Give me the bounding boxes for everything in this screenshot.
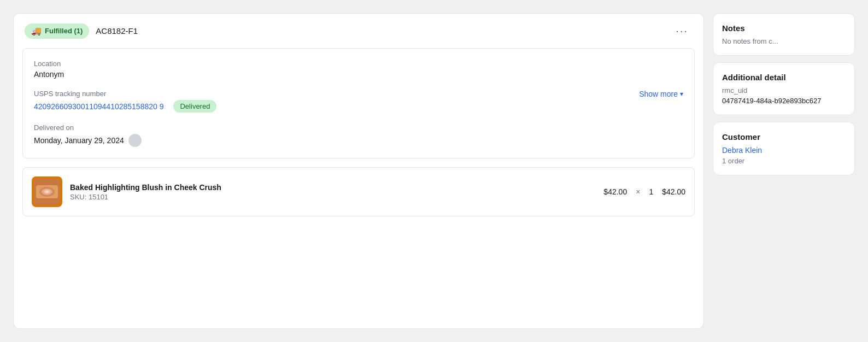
sidebar: Notes No notes from c... Additional deta… xyxy=(713,13,855,329)
tracking-number-row: 42092660930011094410285158820 9 Delivere… xyxy=(34,100,216,113)
notes-text: No notes from c... xyxy=(722,37,846,45)
fulfillment-detail-card: Location Antonym USPS tracking number 42… xyxy=(22,48,695,158)
show-more-label: Show more xyxy=(639,90,678,98)
truck-icon: 🚚 xyxy=(31,26,42,36)
product-row: Baked Highlighting Blush in Cheek Crush … xyxy=(22,167,695,216)
delivery-date-row: Monday, January 29, 2024 xyxy=(34,134,683,147)
delivery-section: Delivered on Monday, January 29, 2024 xyxy=(34,123,683,147)
order-id: AC8182-F1 xyxy=(96,26,665,36)
tracking-label: USPS tracking number xyxy=(34,90,216,98)
tracking-number-link[interactable]: 42092660930011094410285158820 9 xyxy=(34,102,163,111)
card-header: 🚚 Fulfilled (1) AC8182-F1 ··· xyxy=(14,14,703,48)
quantity: 1 xyxy=(649,187,653,196)
additional-title: Additional detail xyxy=(722,73,846,82)
customer-card: Customer Debra Klein 1 order xyxy=(713,122,855,175)
product-image xyxy=(32,176,62,207)
chevron-down-icon: ▾ xyxy=(680,90,683,98)
delivery-date: Monday, January 29, 2024 xyxy=(34,136,124,145)
detail-key: rmc_uid xyxy=(722,86,846,95)
detail-value: 04787419-484a-b92e893bc627 xyxy=(722,97,846,105)
more-options-button[interactable]: ··· xyxy=(671,22,693,39)
customer-orders: 1 order xyxy=(722,157,846,165)
location-value: Antonym xyxy=(34,70,683,79)
customer-name-link[interactable]: Debra Klein xyxy=(722,146,762,155)
quantity-separator: × xyxy=(636,187,640,196)
tracking-section: USPS tracking number 4209266093001109441… xyxy=(34,90,683,113)
product-sku: SKU: 15101 xyxy=(70,193,596,201)
product-name: Baked Highlighting Blush in Cheek Crush xyxy=(70,183,596,192)
svg-point-5 xyxy=(45,191,49,193)
notes-card: Notes No notes from c... xyxy=(713,13,855,56)
show-more-button[interactable]: Show more ▾ xyxy=(639,90,683,98)
calendar-icon xyxy=(128,134,142,147)
delivery-label: Delivered on xyxy=(34,123,683,132)
tracking-left: USPS tracking number 4209266093001109441… xyxy=(34,90,216,113)
product-info: Baked Highlighting Blush in Cheek Crush … xyxy=(70,183,596,201)
fulfilled-badge: 🚚 Fulfilled (1) xyxy=(25,23,89,39)
fulfilled-label: Fulfilled (1) xyxy=(45,27,83,35)
delivered-badge: Delivered xyxy=(173,100,216,113)
product-pricing: $42.00 × 1 $42.00 xyxy=(603,187,685,196)
notes-title: Notes xyxy=(722,23,846,33)
location-section: Location Antonym xyxy=(34,60,683,79)
main-card: 🚚 Fulfilled (1) AC8182-F1 ··· Location A… xyxy=(13,13,704,329)
customer-title: Customer xyxy=(722,132,846,141)
location-label: Location xyxy=(34,60,683,68)
unit-price: $42.00 xyxy=(603,187,627,196)
total-price: $42.00 xyxy=(662,187,685,196)
additional-details-card: Additional detail rmc_uid 04787419-484a-… xyxy=(713,62,855,115)
